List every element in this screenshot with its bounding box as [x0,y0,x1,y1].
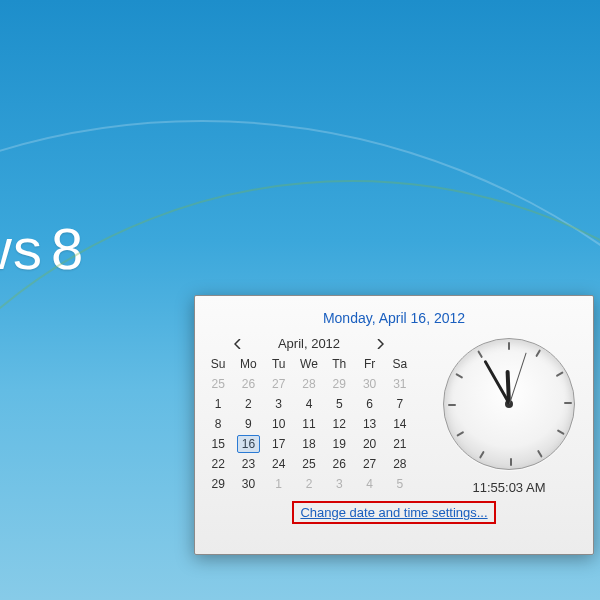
calendar-day[interactable]: 4 [354,474,384,494]
calendar-day[interactable]: 10 [264,414,294,434]
calendar-day[interactable]: 23 [233,454,263,474]
calendar-day[interactable]: 15 [203,434,233,454]
dow-label: Fr [354,355,384,373]
month-navigation: April, 2012 [203,336,415,351]
calendar-week-row: 22232425262728 [203,454,415,474]
calendar-day[interactable]: 3 [324,474,354,494]
calendar-day[interactable]: 27 [264,374,294,394]
clock-tick [557,429,565,435]
calendar-day[interactable]: 1 [203,394,233,414]
clock-tick [564,402,572,404]
calendar-day[interactable]: 28 [294,374,324,394]
calendar-day[interactable]: 5 [324,394,354,414]
wallpaper-text-fragment: ws [0,216,43,281]
calendar: April, 2012 SuMoTuWeThFrSa 2526272829303… [203,336,415,494]
date-time-flyout: Monday, April 16, 2012 April, 2012 SuMoT… [194,295,594,555]
dow-label: Sa [385,355,415,373]
clock-hour-hand [506,370,511,404]
calendar-week-row: 25262728293031 [203,374,415,394]
calendar-day[interactable]: 5 [385,474,415,494]
calendar-day-selected[interactable]: 16 [233,434,263,454]
clock-tick [510,458,512,466]
calendar-day[interactable]: 8 [203,414,233,434]
change-date-time-settings-link[interactable]: Change date and time settings... [292,501,495,524]
chevron-right-icon [376,339,384,349]
clock-tick [556,371,564,377]
calendar-day[interactable]: 6 [354,394,384,414]
wallpaper-eight: 8 [51,216,84,281]
wallpaper-text: ws8 [0,215,84,282]
calendar-day[interactable]: 1 [264,474,294,494]
calendar-day[interactable]: 26 [324,454,354,474]
clock-pivot [505,400,513,408]
calendar-day[interactable]: 25 [203,374,233,394]
clock-tick [508,342,510,350]
clock-sec-hand [509,352,527,404]
calendar-day[interactable]: 20 [354,434,384,454]
calendar-day[interactable]: 24 [264,454,294,474]
calendar-day[interactable]: 28 [385,454,415,474]
clock-tick [456,431,464,437]
chevron-left-icon [234,339,242,349]
calendar-day[interactable]: 11 [294,414,324,434]
flyout-footer: Change date and time settings... [203,495,585,526]
calendar-grid: 2526272829303112345678910111213141516171… [203,374,415,494]
dow-label: Th [324,355,354,373]
clock-tick [479,451,485,459]
calendar-day[interactable]: 4 [294,394,324,414]
digital-time: 11:55:03 AM [473,480,546,495]
clock-tick [537,450,543,458]
day-of-week-header: SuMoTuWeThFrSa [203,355,415,373]
calendar-day[interactable]: 26 [233,374,263,394]
clock-min-hand [483,360,510,405]
calendar-day[interactable]: 30 [354,374,384,394]
dow-label: We [294,355,324,373]
calendar-day[interactable]: 3 [264,394,294,414]
calendar-week-row: 15161718192021 [203,434,415,454]
calendar-day[interactable]: 31 [385,374,415,394]
calendar-week-row: 293012345 [203,474,415,494]
calendar-day[interactable]: 21 [385,434,415,454]
next-month-button[interactable] [373,337,387,351]
clock-tick [455,373,463,379]
clock-column: 11:55:03 AM [433,336,585,495]
month-label[interactable]: April, 2012 [249,336,369,351]
calendar-day[interactable]: 9 [233,414,263,434]
calendar-day[interactable]: 29 [203,474,233,494]
calendar-day[interactable]: 25 [294,454,324,474]
clock-tick [535,349,541,357]
desktop: ws8 Monday, April 16, 2012 April, 2012 S… [0,0,600,600]
prev-month-button[interactable] [231,337,245,351]
calendar-week-row: 1234567 [203,394,415,414]
dow-label: Tu [264,355,294,373]
calendar-day[interactable]: 19 [324,434,354,454]
calendar-day[interactable]: 30 [233,474,263,494]
calendar-day[interactable]: 13 [354,414,384,434]
clock-tick [477,350,483,358]
calendar-day[interactable]: 2 [233,394,263,414]
calendar-day[interactable]: 14 [385,414,415,434]
calendar-day[interactable]: 29 [324,374,354,394]
calendar-day[interactable]: 22 [203,454,233,474]
dow-label: Su [203,355,233,373]
calendar-day[interactable]: 12 [324,414,354,434]
calendar-day[interactable]: 2 [294,474,324,494]
calendar-day[interactable]: 17 [264,434,294,454]
analog-clock [443,338,575,470]
calendar-day[interactable]: 27 [354,454,384,474]
clock-tick [448,404,456,406]
current-date-header: Monday, April 16, 2012 [203,302,585,336]
calendar-week-row: 891011121314 [203,414,415,434]
dow-label: Mo [233,355,263,373]
calendar-day[interactable]: 18 [294,434,324,454]
calendar-day[interactable]: 7 [385,394,415,414]
